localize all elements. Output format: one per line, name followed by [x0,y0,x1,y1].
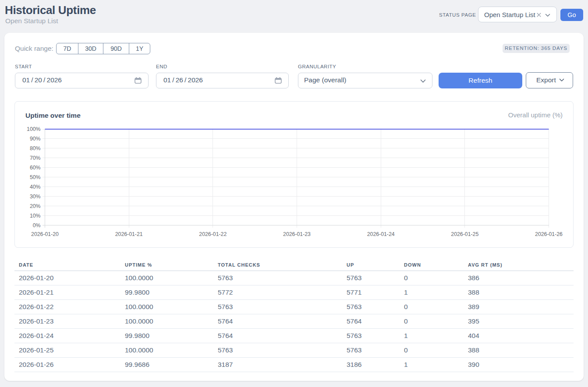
svg-text:50%: 50% [30,174,41,180]
svg-text:0%: 0% [33,222,41,229]
svg-text:60%: 60% [30,165,41,171]
svg-text:90%: 90% [30,136,41,142]
svg-text:2026-01-21: 2026-01-21 [115,231,143,237]
svg-text:2026-01-20: 2026-01-20 [31,231,59,237]
svg-text:100%: 100% [27,126,41,132]
svg-text:20%: 20% [30,203,41,209]
svg-text:30%: 30% [30,194,41,200]
svg-text:2026-01-24: 2026-01-24 [367,231,395,237]
svg-text:40%: 40% [30,184,41,190]
svg-text:2026-01-22: 2026-01-22 [199,231,227,237]
svg-text:2026-01-23: 2026-01-23 [283,231,311,237]
svg-text:2026-01-25: 2026-01-25 [451,231,478,237]
svg-text:10%: 10% [30,213,41,219]
svg-text:70%: 70% [30,155,41,161]
svg-text:2026-01-26: 2026-01-26 [535,231,563,237]
svg-text:80%: 80% [30,145,41,151]
